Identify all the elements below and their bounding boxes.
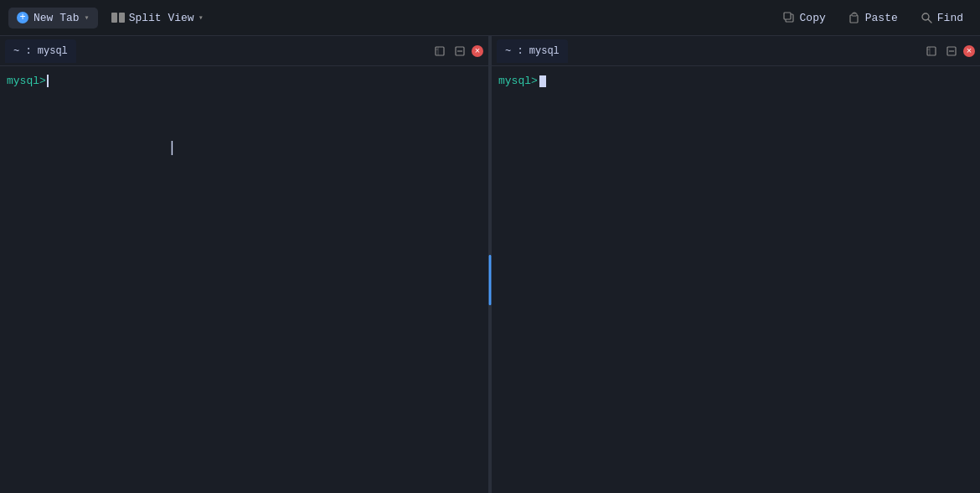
right-pane-tab-bar: ~ : mysql [492,36,980,65]
svg-rect-3 [852,13,857,16]
find-button[interactable]: Find [911,7,972,29]
right-terminal-content: mysql> [492,66,980,96]
search-icon [920,11,933,24]
right-tab-item[interactable]: ~ : mysql [497,39,568,63]
split-view-chevron-icon: ▾ [199,13,204,23]
copy-icon [782,11,796,24]
right-terminal-prompt: mysql> [498,73,973,90]
paste-label: Paste [865,12,898,24]
new-tab-chevron-icon: ▾ [85,13,90,23]
split-view-label: Split View [129,12,194,24]
right-tab-minimize-button[interactable] [943,43,960,60]
left-prompt-text: mysql> [7,73,46,90]
right-prompt-text: mysql> [498,73,538,90]
right-tab-title: ~ : mysql [505,45,560,57]
left-tab-minimize-button[interactable] [451,43,468,60]
svg-rect-6 [436,47,444,55]
right-tab-controls [923,43,975,60]
find-label: Find [937,12,963,24]
left-tab-item[interactable]: ~ : mysql [5,39,76,63]
left-tab-expand-button[interactable] [431,43,448,60]
svg-rect-1 [784,13,791,19]
left-cursor [47,75,49,87]
left-pane-tab-bar: ~ : mysql [0,36,488,65]
toolbar-left: + New Tab ▾ Split View ▾ [8,8,767,29]
paste-button[interactable]: Paste [839,7,906,29]
left-tab-title: ~ : mysql [13,45,68,57]
right-tab-expand-button[interactable] [923,43,940,60]
right-terminal-pane[interactable]: mysql> [492,66,980,493]
svg-rect-9 [927,47,936,55]
paste-icon [848,11,861,24]
text-cursor-indicator: | [168,140,169,153]
right-tab-close-button[interactable] [963,45,975,57]
tab-bars: ~ : mysql ~ : mysql [0,36,980,66]
split-view-button[interactable]: Split View ▾ [105,8,210,29]
svg-line-5 [928,19,931,23]
new-tab-label: New Tab [34,12,80,24]
split-view-icon [111,13,125,23]
left-terminal-prompt: mysql> [7,73,482,90]
left-tab-close-button[interactable] [472,45,483,57]
copy-button[interactable]: Copy [774,7,834,29]
toolbar: + New Tab ▾ Split View ▾ Copy [0,0,980,36]
left-tab-controls [431,43,483,60]
left-terminal-content: mysql> [0,66,488,96]
left-terminal-pane[interactable]: mysql> | [0,66,488,493]
copy-label: Copy [800,12,826,24]
right-cursor [539,75,546,87]
panes-container: mysql> | mysql> [0,66,980,493]
toolbar-right: Copy Paste Find [774,7,972,29]
new-tab-button[interactable]: + New Tab ▾ [8,8,98,29]
plus-icon: + [17,12,28,23]
